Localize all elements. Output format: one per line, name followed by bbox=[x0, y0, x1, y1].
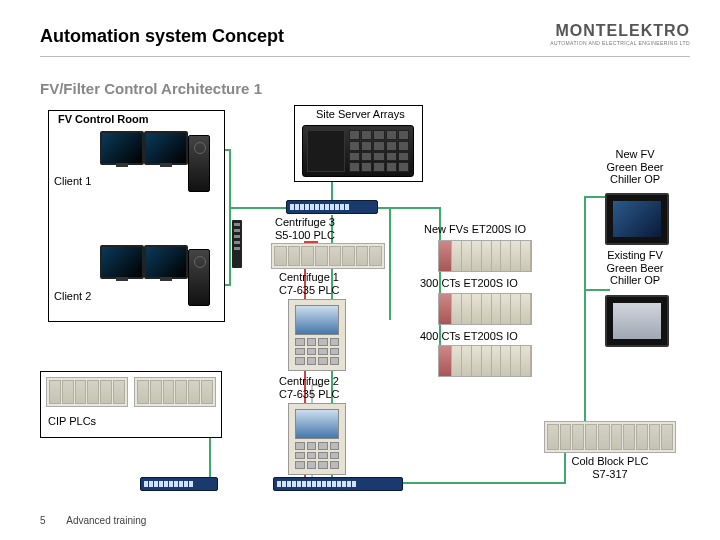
logo-subtext: AUTOMATION AND ELECTRICAL ENGINEERING LT… bbox=[550, 40, 690, 46]
diagram-canvas: FV Control Room Client 1 Client 2 Site S… bbox=[40, 105, 690, 500]
cold-block-plc-label: Cold Block PLC S7-317 bbox=[560, 455, 660, 480]
footer-text: Advanced training bbox=[66, 515, 146, 526]
cip-plc-icon bbox=[134, 377, 216, 407]
existing-fv-chiller-label: Existing FV Green Beer Chiller OP bbox=[593, 249, 677, 287]
cts400-io-label: 400 CTs ET200S IO bbox=[420, 330, 518, 343]
pc-tower-icon bbox=[188, 135, 210, 192]
brand-logo: MONTELEKTRO AUTOMATION AND ELECTRICAL EN… bbox=[550, 22, 690, 46]
network-switch-icon bbox=[273, 477, 403, 491]
cts300-io-label: 300 CTs ET200S IO bbox=[420, 277, 518, 290]
pc-tower-icon bbox=[188, 249, 210, 306]
s5-100-plc-icon bbox=[271, 243, 385, 269]
monitor-icon bbox=[144, 245, 188, 279]
network-switch-icon bbox=[140, 477, 218, 491]
et200s-io-icon bbox=[438, 240, 532, 272]
network-switch-icon bbox=[286, 200, 378, 214]
site-server-label: Site Server Arrays bbox=[316, 108, 405, 121]
title-rule bbox=[40, 56, 690, 57]
c7-635-hmi-icon bbox=[288, 299, 346, 371]
footer: 5 Advanced training bbox=[40, 515, 146, 526]
new-fv-chiller-label: New FV Green Beer Chiller OP bbox=[595, 148, 675, 186]
centrifuge2-label: Centrifuge 2 C7-635 PLC bbox=[279, 375, 340, 400]
s7-317-plc-icon bbox=[544, 421, 676, 453]
page-number: 5 bbox=[40, 515, 64, 526]
fv-control-room-label: FV Control Room bbox=[58, 113, 148, 126]
pdu-icon bbox=[232, 220, 242, 268]
monitor-icon bbox=[100, 245, 144, 279]
page-subtitle: FV/Filter Control Architecture 1 bbox=[40, 80, 262, 97]
et200s-io-icon bbox=[438, 293, 532, 325]
c7-635-hmi-icon bbox=[288, 403, 346, 475]
page-title: Automation system Concept bbox=[40, 26, 284, 47]
cip-plc-icon bbox=[46, 377, 128, 407]
monitor-icon bbox=[100, 131, 144, 165]
client2-label: Client 2 bbox=[54, 290, 91, 303]
cip-plcs-label: CIP PLCs bbox=[48, 415, 96, 428]
logo-text: MONTELEKTRO bbox=[550, 22, 690, 40]
et200s-io-icon bbox=[438, 345, 532, 377]
new-fvs-io-label: New FVs ET200S IO bbox=[424, 223, 526, 236]
monitor-icon bbox=[144, 131, 188, 165]
operator-panel-icon bbox=[605, 193, 669, 245]
server-rack-icon bbox=[302, 125, 414, 177]
centrifuge1-label: Centrifuge 1 C7-635 PLC bbox=[279, 271, 340, 296]
crt-monitor-icon bbox=[605, 295, 669, 347]
client1-label: Client 1 bbox=[54, 175, 91, 188]
centrifuge3-label: Centrifuge 3 S5-100 PLC bbox=[275, 216, 335, 241]
